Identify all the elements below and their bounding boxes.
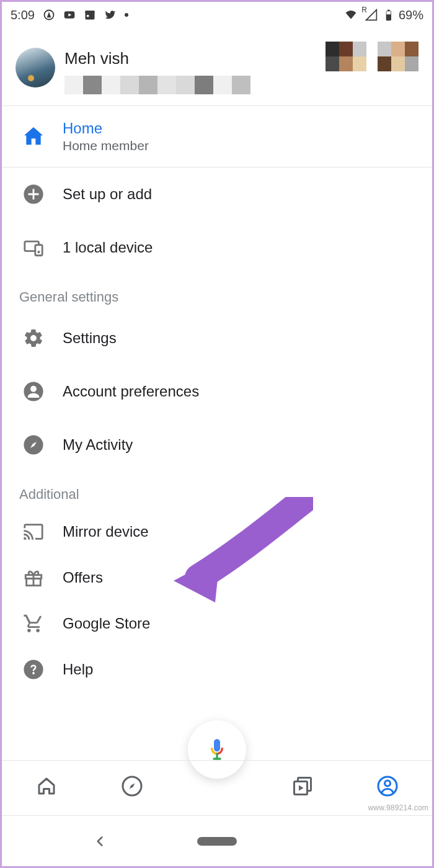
nav-home[interactable]	[35, 775, 58, 800]
store-label: Google Store	[63, 615, 150, 632]
youtube-icon	[63, 9, 76, 21]
battery-percentage: 69%	[399, 8, 423, 22]
account-prefs-label: Account preferences	[63, 383, 199, 400]
compass-icon	[20, 432, 46, 458]
roaming-indicator: R	[361, 6, 367, 14]
mic-icon	[205, 737, 229, 762]
additional-header: Additional	[2, 472, 432, 509]
gift-icon	[20, 565, 46, 591]
help-icon	[20, 656, 46, 682]
local-device-item[interactable]: 1 local device	[2, 221, 432, 274]
nav-account[interactable]	[376, 775, 399, 800]
activity-label: My Activity	[63, 436, 133, 454]
settings-label: Settings	[63, 329, 117, 347]
account-circle-icon	[20, 378, 46, 405]
gear-icon	[20, 325, 46, 351]
local-device-label: 1 local device	[63, 239, 153, 256]
apollo-icon	[43, 9, 55, 21]
redacted-email	[64, 76, 250, 94]
home-subtitle: Home member	[63, 138, 149, 153]
devices-icon	[20, 235, 46, 261]
mirror-label: Mirror device	[63, 523, 149, 540]
plus-circle-icon	[20, 181, 46, 207]
svg-point-22	[385, 781, 391, 786]
svg-point-11	[37, 251, 40, 253]
mirror-device-item[interactable]: Mirror device	[2, 509, 432, 555]
svg-rect-3	[85, 11, 94, 13]
more-dot-icon	[125, 13, 128, 17]
svg-rect-6	[388, 10, 389, 11]
home-item[interactable]: Home Home member	[2, 106, 432, 167]
svg-rect-10	[35, 245, 42, 256]
general-settings-header: General settings	[2, 274, 432, 311]
account-badge-2[interactable]	[378, 42, 418, 71]
offers-label: Offers	[63, 569, 103, 586]
calendar-icon	[84, 9, 96, 21]
nav-discover[interactable]	[121, 775, 143, 800]
twitter-icon	[104, 9, 117, 21]
android-nav-bar	[2, 815, 432, 866]
svg-point-13	[30, 386, 37, 392]
back-button[interactable]	[92, 833, 108, 849]
svg-rect-7	[386, 11, 391, 14]
wifi-icon	[345, 9, 357, 21]
cast-icon	[20, 519, 46, 545]
home-icon	[20, 123, 46, 150]
profile-header[interactable]: Meh vish	[2, 28, 432, 105]
help-item[interactable]: Help	[2, 647, 432, 692]
status-bar: 5:09 R 69%	[2, 2, 432, 28]
profile-name: Meh vish	[64, 49, 250, 68]
offers-item[interactable]: Offers	[2, 555, 432, 601]
settings-item[interactable]: Settings	[2, 311, 432, 365]
home-pill[interactable]	[197, 837, 237, 846]
avatar[interactable]	[16, 48, 55, 87]
account-preferences-item[interactable]: Account preferences	[2, 365, 432, 418]
my-activity-item[interactable]: My Activity	[2, 418, 432, 472]
svg-rect-4	[87, 15, 89, 17]
help-label: Help	[63, 661, 93, 678]
setup-item[interactable]: Set up or add	[2, 168, 432, 221]
account-badge-1[interactable]	[326, 42, 366, 71]
cart-icon	[20, 611, 46, 637]
nav-media[interactable]	[291, 775, 314, 800]
setup-label: Set up or add	[63, 186, 152, 203]
home-title: Home	[63, 120, 149, 137]
battery-icon	[382, 9, 394, 21]
watermark: www.989214.com	[366, 803, 430, 813]
google-store-item[interactable]: Google Store	[2, 601, 432, 647]
status-time: 5:09	[11, 8, 35, 22]
